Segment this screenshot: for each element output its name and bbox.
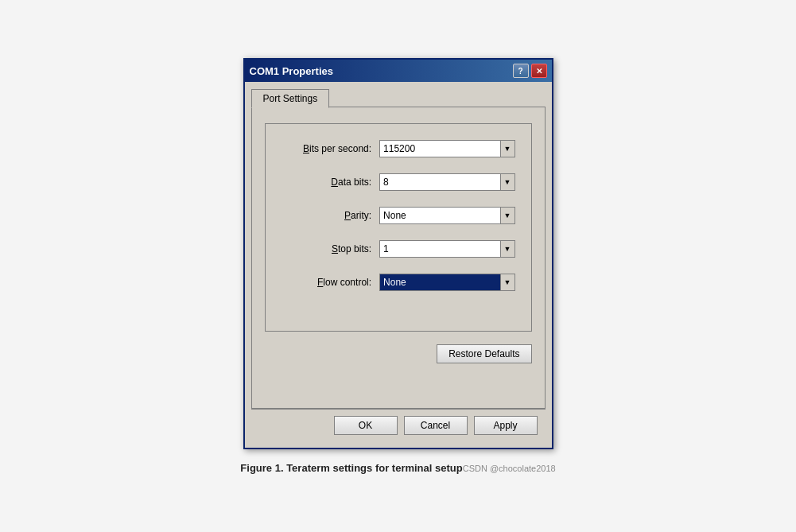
com1-properties-dialog: COM1 Properties ? ✕ Port Settings Bits p…	[243, 58, 553, 449]
parity-row: Parity: None ▼	[282, 207, 515, 224]
flow-control-label: Flow control:	[282, 277, 372, 288]
stop-bits-arrow[interactable]: ▼	[500, 241, 514, 257]
restore-defaults-row: Restore Defaults	[265, 344, 532, 363]
fields-panel: Bits per second: 115200 ▼ Data bits: 8 ▼	[265, 123, 532, 332]
stop-bits-label: Stop bits:	[282, 243, 372, 254]
bits-per-second-label: Bits per second:	[282, 143, 372, 154]
stop-bits-value: 1	[380, 243, 499, 254]
data-bits-dropdown[interactable]: 8 ▼	[379, 173, 514, 191]
flow-control-value: None	[380, 277, 499, 288]
bits-per-second-row: Bits per second: 115200 ▼	[282, 140, 515, 157]
title-bar-title: COM1 Properties	[250, 65, 333, 77]
dialog-wrapper: COM1 Properties ? ✕ Port Settings Bits p…	[240, 58, 555, 474]
stop-bits-row: Stop bits: 1 ▼	[282, 240, 515, 258]
ok-button[interactable]: OK	[334, 416, 398, 435]
data-bits-arrow[interactable]: ▼	[500, 174, 514, 190]
flow-control-dropdown[interactable]: None ▼	[379, 274, 514, 291]
tab-bar: Port Settings	[251, 88, 546, 107]
tab-port-settings[interactable]: Port Settings	[251, 89, 330, 108]
data-bits-label: Data bits:	[282, 177, 372, 188]
cancel-button[interactable]: Cancel	[404, 416, 468, 435]
data-bits-value: 8	[380, 177, 499, 188]
bits-per-second-value: 115200	[380, 143, 499, 154]
figure-caption: Figure 1. Teraterm settings for terminal…	[240, 462, 555, 474]
dialog-body: Port Settings Bits per second: 115200 ▼	[245, 82, 552, 448]
data-bits-row: Data bits: 8 ▼	[282, 173, 515, 191]
parity-dropdown[interactable]: None ▼	[379, 207, 514, 224]
stop-bits-dropdown[interactable]: 1 ▼	[379, 240, 514, 258]
parity-label: Parity:	[282, 210, 372, 221]
flow-control-arrow[interactable]: ▼	[500, 274, 514, 290]
tab-content: Bits per second: 115200 ▼ Data bits: 8 ▼	[251, 107, 546, 409]
title-bar-buttons: ? ✕	[513, 64, 547, 78]
bits-per-second-arrow[interactable]: ▼	[500, 141, 514, 157]
help-button[interactable]: ?	[513, 64, 529, 78]
parity-arrow[interactable]: ▼	[500, 208, 514, 223]
caption-source: CSDN @chocolate2018	[463, 464, 556, 473]
dialog-title: COM1 Properties	[250, 65, 333, 77]
bits-per-second-dropdown[interactable]: 115200 ▼	[379, 140, 514, 157]
title-bar: COM1 Properties ? ✕	[245, 60, 552, 82]
flow-control-row: Flow control: None ▼	[282, 274, 515, 291]
restore-defaults-button[interactable]: Restore Defaults	[437, 344, 531, 363]
caption-text: Figure 1. Teraterm settings for terminal…	[240, 462, 462, 474]
parity-value: None	[380, 210, 499, 221]
close-button[interactable]: ✕	[531, 64, 547, 78]
dialog-footer: OK Cancel Apply	[251, 409, 546, 441]
apply-button[interactable]: Apply	[474, 416, 538, 435]
